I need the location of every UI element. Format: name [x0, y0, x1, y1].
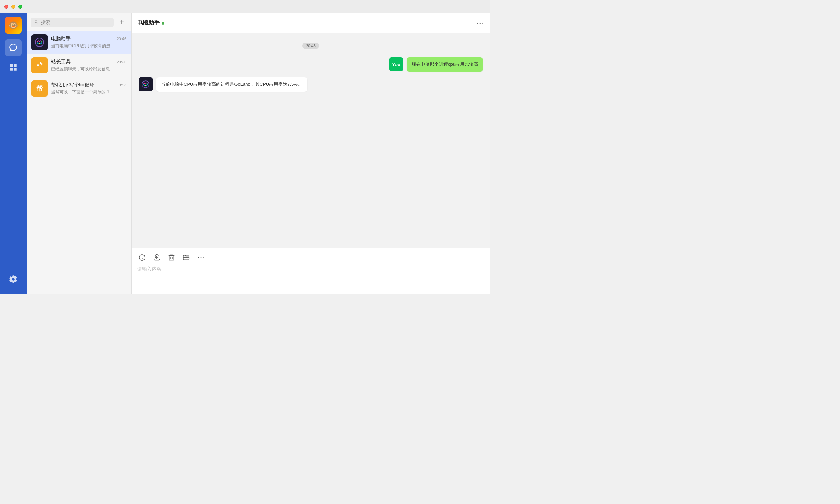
avatar-image: 🐵 — [5, 17, 22, 34]
messages-area: 20:45 现在电脑那个进程cpu占用比较高 You — [132, 33, 490, 248]
chat-header: 电脑助手 ··· — [132, 13, 490, 33]
bot-avatar-svg — [139, 77, 153, 91]
chat-icon — [9, 43, 18, 52]
chat-name-tools: 站长工具 — [51, 59, 71, 65]
chat-name-row-help: 帮我用js写个for循环... 9:53 — [51, 82, 126, 88]
upload-icon — [153, 254, 161, 261]
folder-icon — [182, 254, 190, 261]
search-input[interactable] — [41, 20, 110, 25]
bot-message-row: 当前电脑中CPU占用率较高的进程是GoLand，其CPU占用率为7.5%。 — [139, 77, 483, 92]
svg-point-14 — [201, 257, 202, 258]
chat-time: 20:46 — [117, 37, 126, 41]
header-title-text: 电脑助手 — [137, 19, 160, 27]
svg-point-10 — [145, 85, 146, 86]
apps-icon — [9, 63, 18, 72]
sidebar-item-chats[interactable] — [5, 39, 22, 56]
user-message-row: 现在电脑那个进程cpu占用比较高 You — [139, 57, 483, 72]
header-more-button[interactable]: ··· — [476, 19, 484, 27]
user-avatar[interactable]: 🐵 — [5, 17, 22, 34]
chat-list-panel: + 电脑助手 20:46 当前电脑中CPU占 — [27, 13, 132, 294]
message-input[interactable] — [137, 266, 484, 287]
tools-avatar-svg — [33, 59, 46, 72]
chat-info-diannao: 电脑助手 20:46 当前电脑中CPU占用率较高的进... — [51, 36, 126, 49]
svg-rect-6 — [139, 77, 153, 91]
settings-icon — [9, 275, 18, 284]
svg-point-2 — [37, 41, 38, 42]
chat-preview: 当前电脑中CPU占用率较高的进... — [51, 43, 126, 49]
chat-item-tools[interactable]: 站长工具 20:26 已经置顶聊天，可以给我发信息... — [27, 54, 131, 77]
svg-point-3 — [41, 41, 42, 42]
chat-avatar-diannao — [31, 34, 48, 50]
svg-point-4 — [39, 43, 40, 44]
svg-point-8 — [144, 83, 145, 84]
diannao-avatar-svg — [31, 34, 48, 50]
maximize-button[interactable] — [18, 5, 22, 9]
chat-time-help: 9:53 — [119, 83, 126, 87]
input-area — [132, 248, 490, 294]
chat-item-diannao[interactable]: 电脑助手 20:46 当前电脑中CPU占用率较高的进... — [27, 31, 131, 54]
chat-header-title: 电脑助手 — [137, 19, 164, 27]
title-bar — [0, 0, 490, 13]
chat-avatar-tools — [31, 57, 48, 74]
toolbar-clock-button[interactable] — [137, 253, 147, 262]
svg-rect-0 — [31, 34, 48, 50]
chat-name: 电脑助手 — [51, 36, 71, 42]
app-container: 🐵 — [0, 13, 490, 294]
trash-icon — [168, 254, 175, 261]
svg-point-13 — [198, 257, 199, 258]
search-input-wrap[interactable] — [31, 18, 114, 27]
chat-item-help[interactable]: 帮 帮我用js写个for循环... 9:53 当然可以，下面是一个简单的 J..… — [27, 77, 131, 100]
toolbar-upload-button[interactable] — [152, 253, 162, 262]
svg-point-9 — [147, 83, 148, 84]
toolbar-delete-button[interactable] — [167, 253, 176, 262]
chat-info-help: 帮我用js写个for循环... 9:53 当然可以，下面是一个简单的 J... — [51, 82, 126, 95]
user-message-bubble: 现在电脑那个进程cpu占用比较高 — [407, 57, 483, 72]
toolbar-folder-button[interactable] — [181, 253, 191, 262]
chat-name-row: 电脑助手 20:46 — [51, 36, 126, 42]
bot-message-bubble: 当前电脑中CPU占用率较高的进程是GoLand，其CPU占用率为7.5%。 — [156, 77, 307, 92]
input-toolbar — [137, 253, 484, 262]
close-button[interactable] — [4, 5, 8, 9]
chat-preview-tools: 已经置顶聊天，可以给我发信息... — [51, 66, 126, 72]
chat-preview-help: 当然可以，下面是一个简单的 J... — [51, 89, 126, 95]
chat-name-row-tools: 站长工具 20:26 — [51, 59, 126, 65]
svg-point-15 — [203, 257, 204, 258]
clock-icon — [138, 254, 146, 261]
svg-rect-12 — [169, 256, 174, 260]
user-avatar-label: You — [389, 57, 403, 71]
more-icon — [197, 254, 205, 261]
chat-time-tools: 20:26 — [117, 60, 126, 64]
add-button[interactable]: + — [117, 17, 127, 27]
timestamp-text: 20:45 — [302, 43, 319, 49]
toolbar-more-button[interactable] — [196, 253, 206, 262]
sidebar-item-apps[interactable] — [5, 59, 22, 76]
bot-avatar — [139, 77, 153, 91]
icon-sidebar: 🐵 — [0, 13, 27, 294]
svg-point-5 — [37, 64, 39, 66]
search-icon — [34, 20, 39, 24]
minimize-button[interactable] — [11, 5, 15, 9]
chat-main: 电脑助手 ··· 20:45 现在电脑那个进程cpu占用比较高 You — [132, 13, 490, 294]
chat-info-tools: 站长工具 20:26 已经置顶聊天，可以给我发信息... — [51, 59, 126, 72]
online-indicator — [162, 22, 164, 24]
chat-name-help: 帮我用js写个for循环... — [51, 82, 99, 88]
chat-avatar-help: 帮 — [31, 80, 48, 97]
sidebar-item-settings[interactable] — [5, 271, 22, 288]
timestamp-badge: 20:45 — [139, 43, 483, 49]
search-bar: + — [27, 13, 131, 31]
